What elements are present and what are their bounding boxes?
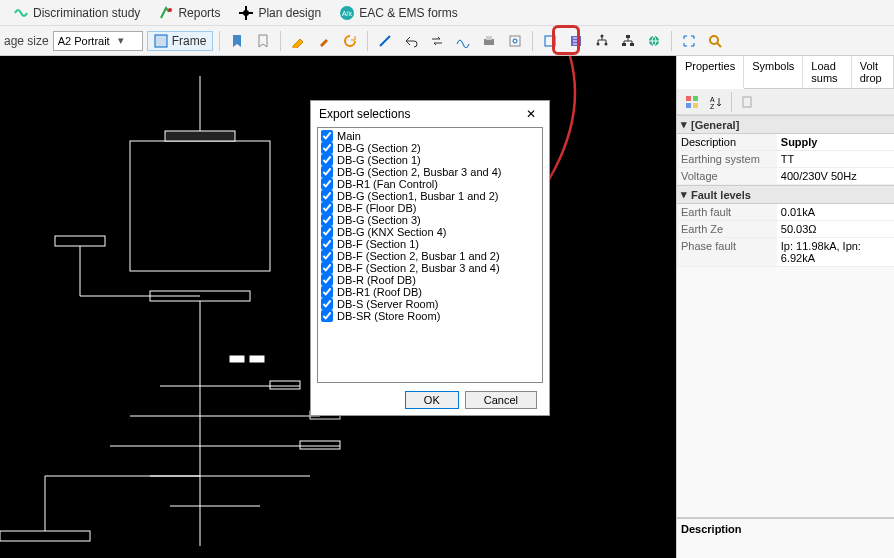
refresh-icon[interactable] — [339, 30, 361, 52]
export-item-label: Main — [337, 130, 361, 142]
export-item-checkbox[interactable] — [321, 166, 333, 178]
tab-discrimination[interactable]: Discrimination study — [4, 2, 149, 24]
prop-name: Description — [677, 134, 777, 150]
cancel-button[interactable]: Cancel — [465, 391, 537, 409]
export-item-checkbox[interactable] — [321, 226, 333, 238]
export-item[interactable]: DB-F (Section 2, Busbar 3 and 4) — [320, 262, 540, 274]
hierarchy-icon[interactable] — [617, 30, 639, 52]
tab-reports[interactable]: Reports — [149, 2, 229, 24]
export-item-checkbox[interactable] — [321, 214, 333, 226]
page-icon[interactable] — [736, 91, 758, 113]
svg-rect-9 — [545, 36, 555, 46]
export-item-checkbox[interactable] — [321, 178, 333, 190]
svg-rect-4 — [155, 35, 167, 47]
export-item-label: DB-G (Section 2) — [337, 142, 421, 154]
tab-properties[interactable]: Properties — [677, 56, 744, 89]
export-item[interactable]: DB-F (Section 2, Busbar 1 and 2) — [320, 250, 540, 262]
svg-rect-6 — [486, 36, 492, 40]
print-icon[interactable] — [478, 30, 500, 52]
prop-name: Voltage — [677, 168, 777, 184]
export-item-checkbox[interactable] — [321, 262, 333, 274]
tab-eac-ems[interactable]: A/x EAC & EMS forms — [330, 2, 467, 24]
export-item[interactable]: DB-R (Roof DB) — [320, 274, 540, 286]
prop-category-fault[interactable]: ▾Fault levels — [677, 185, 894, 204]
export-item[interactable]: DB-SR (Store Room) — [320, 310, 540, 322]
export-item[interactable]: DB-G (Section 2) — [320, 142, 540, 154]
export-item-checkbox[interactable] — [321, 202, 333, 214]
export-item-checkbox[interactable] — [321, 310, 333, 322]
page-size-combo[interactable]: A2 Portrait ▾ — [53, 31, 143, 51]
export-item-checkbox[interactable] — [321, 130, 333, 142]
tab-load-sums[interactable]: Load sums — [803, 56, 851, 88]
tree-icon[interactable] — [591, 30, 613, 52]
export-item-label: DB-G (Section1, Busbar 1 and 2) — [337, 190, 498, 202]
swap-icon[interactable] — [426, 30, 448, 52]
fit-icon[interactable] — [678, 30, 700, 52]
svg-rect-37 — [250, 356, 264, 362]
export-item[interactable]: DB-S (Server Room) — [320, 298, 540, 310]
export-item[interactable]: DB-F (Floor DB) — [320, 202, 540, 214]
export-item[interactable]: DB-F (Section 1) — [320, 238, 540, 250]
export-item-label: DB-F (Section 2, Busbar 1 and 2) — [337, 250, 500, 262]
export-checklist[interactable]: MainDB-G (Section 2)DB-G (Section 1)DB-G… — [317, 127, 543, 383]
prop-value[interactable]: Ip: 11.98kA, Ipn: 6.92kA — [777, 238, 894, 266]
prop-category-general[interactable]: ▾[General] — [677, 115, 894, 134]
tab-plan-design[interactable]: Plan design — [229, 2, 330, 24]
prop-value[interactable]: Supply — [777, 134, 894, 150]
export-item[interactable]: DB-G (KNX Section 4) — [320, 226, 540, 238]
svg-rect-41 — [686, 96, 691, 101]
export-item-checkbox[interactable] — [321, 298, 333, 310]
export-item[interactable]: DB-G (Section 1) — [320, 154, 540, 166]
export-item[interactable]: DB-G (Section1, Busbar 1 and 2) — [320, 190, 540, 202]
tab-label: Discrimination study — [33, 6, 140, 20]
bookmark-icon[interactable] — [226, 30, 248, 52]
globe-icon[interactable] — [643, 30, 665, 52]
export-item-label: DB-G (Section 3) — [337, 214, 421, 226]
undo-icon[interactable] — [400, 30, 422, 52]
export-item[interactable]: DB-G (Section 3) — [320, 214, 540, 226]
group-square-icon[interactable] — [539, 30, 561, 52]
export-item-label: DB-R (Roof DB) — [337, 274, 416, 286]
reports-icon — [158, 5, 174, 21]
sort-az-icon[interactable]: AZ — [705, 91, 727, 113]
export-item-checkbox[interactable] — [321, 142, 333, 154]
export-item-label: DB-G (KNX Section 4) — [337, 226, 446, 238]
pencil-icon[interactable] — [287, 30, 309, 52]
tab-volt-drop[interactable]: Volt drop — [852, 56, 894, 88]
frame-button[interactable]: Frame — [147, 31, 214, 51]
line-icon[interactable] — [374, 30, 396, 52]
discrimination-icon — [13, 5, 29, 21]
wave-icon[interactable] — [452, 30, 474, 52]
export-item-checkbox[interactable] — [321, 274, 333, 286]
export-item-checkbox[interactable] — [321, 190, 333, 202]
frame-icon — [154, 34, 168, 48]
export-item-checkbox[interactable] — [321, 154, 333, 166]
export-item[interactable]: DB-G (Section 2, Busbar 3 and 4) — [320, 166, 540, 178]
bookmark-outline-icon[interactable] — [252, 30, 274, 52]
brush-icon[interactable] — [313, 30, 335, 52]
export-item-checkbox[interactable] — [321, 286, 333, 298]
zoom-icon[interactable] — [704, 30, 726, 52]
prop-value[interactable]: TT — [777, 151, 894, 167]
svg-point-18 — [710, 36, 718, 44]
preview-icon[interactable] — [504, 30, 526, 52]
dialog-title: Export selections — [319, 107, 410, 121]
export-item-label: DB-S (Server Room) — [337, 298, 438, 310]
prop-value[interactable]: 400/230V 50Hz — [777, 168, 894, 184]
tab-label: Plan design — [258, 6, 321, 20]
export-item-checkbox[interactable] — [321, 250, 333, 262]
close-icon[interactable]: ✕ — [521, 107, 541, 121]
export-item-label: DB-F (Floor DB) — [337, 202, 416, 214]
categorize-icon[interactable] — [681, 91, 703, 113]
export-item-checkbox[interactable] — [321, 238, 333, 250]
export-item[interactable]: DB-R1 (Fan Control) — [320, 178, 540, 190]
export-item[interactable]: Main — [320, 130, 540, 142]
tab-symbols[interactable]: Symbols — [744, 56, 803, 88]
ok-button[interactable]: OK — [405, 391, 459, 409]
svg-rect-43 — [686, 103, 691, 108]
export-selections-icon[interactable] — [565, 30, 587, 52]
export-item-label: DB-F (Section 1) — [337, 238, 419, 250]
export-item[interactable]: DB-R1 (Roof DB) — [320, 286, 540, 298]
prop-value[interactable]: 50.03Ω — [777, 221, 894, 237]
prop-value[interactable]: 0.01kA — [777, 204, 894, 220]
